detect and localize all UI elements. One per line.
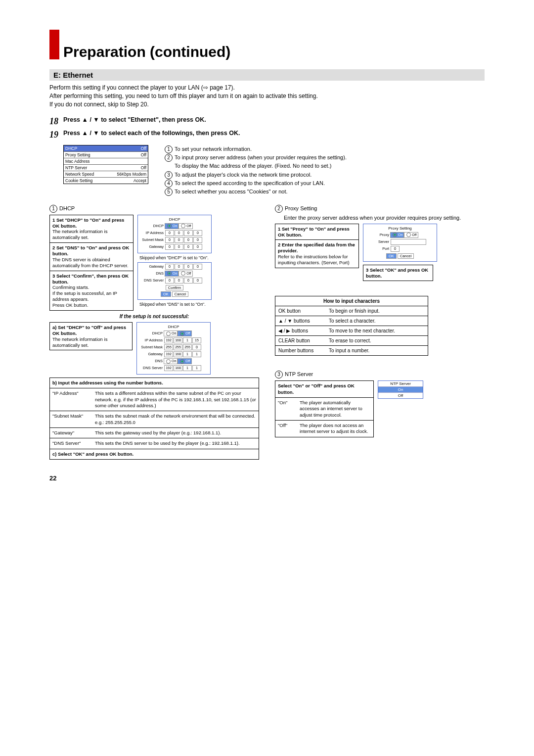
step-text: Press ▲ / ▼ to select each of the follow… bbox=[63, 130, 240, 137]
proxy-step-3: 3 Select "OK" and press OK button. bbox=[363, 265, 433, 282]
step-text: Press ▲ / ▼ to select "Ethernet", then p… bbox=[63, 116, 206, 123]
section-heading: E: Ethernet bbox=[49, 69, 485, 81]
page-title: Preparation (continued) bbox=[63, 45, 230, 59]
dhcp-off-step-a: a) Set "DHCP" to "Off" and press OK butt… bbox=[49, 322, 133, 351]
dhcp-label: DHCP bbox=[59, 205, 75, 211]
address-definitions-table: b) Input the addresses using the number … bbox=[49, 378, 259, 460]
proxy-intro: Enter the proxy server address when your… bbox=[284, 215, 485, 221]
step-number: 19 bbox=[49, 130, 63, 140]
step-number: 18 bbox=[49, 116, 63, 127]
proxy-steps: 1 Set "Proxy" to "On" and press OK butto… bbox=[275, 224, 359, 268]
dhcp-osd-1: DHCP DHCP On Off IP Address0000 Subnet M… bbox=[137, 215, 212, 253]
input-characters-table: How to input characters OK buttonTo begi… bbox=[275, 296, 428, 356]
dhcp-section: 1DHCP 1 Set "DHCP" to "On" and press OK … bbox=[49, 205, 259, 460]
fail-note: If the setup is not successful: bbox=[49, 314, 259, 319]
menu-descriptions: 1To set your network information. 2To in… bbox=[165, 145, 347, 195]
ntp-label: NTP Server bbox=[285, 371, 313, 377]
step-18: 18 Press ▲ / ▼ to select "Ethernet", the… bbox=[49, 116, 485, 127]
ntp-steps: Select "On" or "Off" and press OK button… bbox=[275, 380, 374, 437]
dhcp-on-steps: 1 Set "DHCP" to "On" and press OK button… bbox=[49, 215, 134, 311]
dhcp-osd-2: Gateway0000 DNS On Off DNS Server0000 Co… bbox=[137, 262, 212, 300]
ntp-osd: NTP Server On Off bbox=[378, 380, 423, 399]
dhcp-on-osd-group: DHCP DHCP On Off IP Address0000 Subnet M… bbox=[137, 215, 212, 309]
intro-text: Perform this setting if you connect the … bbox=[49, 84, 485, 108]
step-19: 19 Press ▲ / ▼ to select each of the fol… bbox=[49, 130, 485, 140]
dhcp-off-osd: DHCP DHCP On Off IP Address192168115 Sub… bbox=[136, 322, 211, 375]
red-accent-block bbox=[49, 30, 59, 59]
proxy-label: Proxy Setting bbox=[285, 205, 317, 211]
proxy-osd: Proxy Setting Proxy On Off Server Port0 … bbox=[363, 224, 437, 262]
ethernet-menu-osd: DHCPOff Proxy SettingOff Mac Address NTP… bbox=[63, 145, 148, 184]
page-number: 22 bbox=[49, 474, 485, 482]
right-column: 2Proxy Setting Enter the proxy server ad… bbox=[275, 205, 485, 460]
